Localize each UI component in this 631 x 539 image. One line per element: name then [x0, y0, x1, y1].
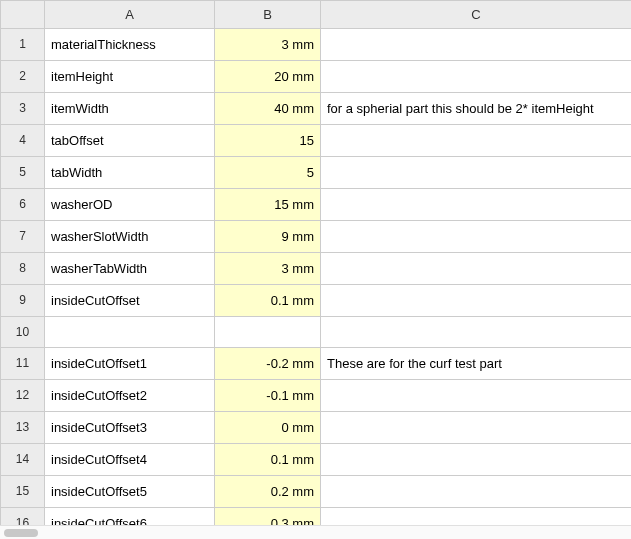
- row-header[interactable]: 2: [1, 61, 45, 93]
- cell-b[interactable]: 9 mm: [215, 221, 321, 253]
- cell-b[interactable]: 0 mm: [215, 412, 321, 444]
- cell-c[interactable]: [321, 29, 631, 61]
- cell-c[interactable]: [321, 380, 631, 412]
- cell-a[interactable]: washerOD: [45, 189, 215, 221]
- cell-c[interactable]: [321, 285, 631, 317]
- cell-b[interactable]: 40 mm: [215, 93, 321, 125]
- cell-a[interactable]: insideCutOffset1: [45, 348, 215, 380]
- cell-a[interactable]: insideCutOffset: [45, 285, 215, 317]
- cell-a[interactable]: insideCutOffset2: [45, 380, 215, 412]
- row-header[interactable]: 10: [1, 317, 45, 348]
- row-header[interactable]: 9: [1, 285, 45, 317]
- corner-header[interactable]: [1, 1, 45, 29]
- cell-c[interactable]: [321, 221, 631, 253]
- column-header-a[interactable]: A: [45, 1, 215, 29]
- cell-c[interactable]: for a spherial part this should be 2* it…: [321, 93, 631, 125]
- cell-a[interactable]: [45, 317, 215, 348]
- cell-c[interactable]: [321, 317, 631, 348]
- cell-a[interactable]: insideCutOffset4: [45, 444, 215, 476]
- cell-b[interactable]: 3 mm: [215, 29, 321, 61]
- cell-a[interactable]: washerTabWidth: [45, 253, 215, 285]
- cell-a[interactable]: materialThickness: [45, 29, 215, 61]
- cell-b[interactable]: 15: [215, 125, 321, 157]
- row-header[interactable]: 7: [1, 221, 45, 253]
- row-header[interactable]: 13: [1, 412, 45, 444]
- cell-b[interactable]: 20 mm: [215, 61, 321, 93]
- cell-c[interactable]: [321, 125, 631, 157]
- cell-a[interactable]: itemHeight: [45, 61, 215, 93]
- cell-a[interactable]: tabOffset: [45, 125, 215, 157]
- column-header-b[interactable]: B: [215, 1, 321, 29]
- cell-b[interactable]: 5: [215, 157, 321, 189]
- cell-c[interactable]: [321, 61, 631, 93]
- row-header[interactable]: 3: [1, 93, 45, 125]
- cell-b[interactable]: 0.1 mm: [215, 444, 321, 476]
- row-header[interactable]: 4: [1, 125, 45, 157]
- cell-c[interactable]: [321, 476, 631, 508]
- cell-c[interactable]: [321, 444, 631, 476]
- cell-a[interactable]: itemWidth: [45, 93, 215, 125]
- row-header[interactable]: 6: [1, 189, 45, 221]
- cell-b[interactable]: 0.1 mm: [215, 285, 321, 317]
- cell-a[interactable]: insideCutOffset3: [45, 412, 215, 444]
- cell-b[interactable]: 3 mm: [215, 253, 321, 285]
- row-header[interactable]: 1: [1, 29, 45, 61]
- cell-c[interactable]: [321, 157, 631, 189]
- cell-a[interactable]: insideCutOffset5: [45, 476, 215, 508]
- spreadsheet-grid: A B C 1 materialThickness 3 mm 2 itemHei…: [0, 0, 631, 539]
- row-header[interactable]: 12: [1, 380, 45, 412]
- cell-b[interactable]: 15 mm: [215, 189, 321, 221]
- cell-a[interactable]: tabWidth: [45, 157, 215, 189]
- cell-c[interactable]: These are for the curf test part: [321, 348, 631, 380]
- cell-b[interactable]: -0.2 mm: [215, 348, 321, 380]
- row-header[interactable]: 5: [1, 157, 45, 189]
- scrollbar-thumb[interactable]: [4, 529, 38, 537]
- cell-c[interactable]: [321, 253, 631, 285]
- horizontal-scrollbar[interactable]: [0, 525, 631, 539]
- row-header[interactable]: 11: [1, 348, 45, 380]
- cell-b[interactable]: [215, 317, 321, 348]
- row-header[interactable]: 15: [1, 476, 45, 508]
- cell-c[interactable]: [321, 189, 631, 221]
- column-header-c[interactable]: C: [321, 1, 631, 29]
- row-header[interactable]: 14: [1, 444, 45, 476]
- cell-c[interactable]: [321, 412, 631, 444]
- cell-b[interactable]: 0.2 mm: [215, 476, 321, 508]
- cell-b[interactable]: -0.1 mm: [215, 380, 321, 412]
- row-header[interactable]: 8: [1, 253, 45, 285]
- cell-a[interactable]: washerSlotWidth: [45, 221, 215, 253]
